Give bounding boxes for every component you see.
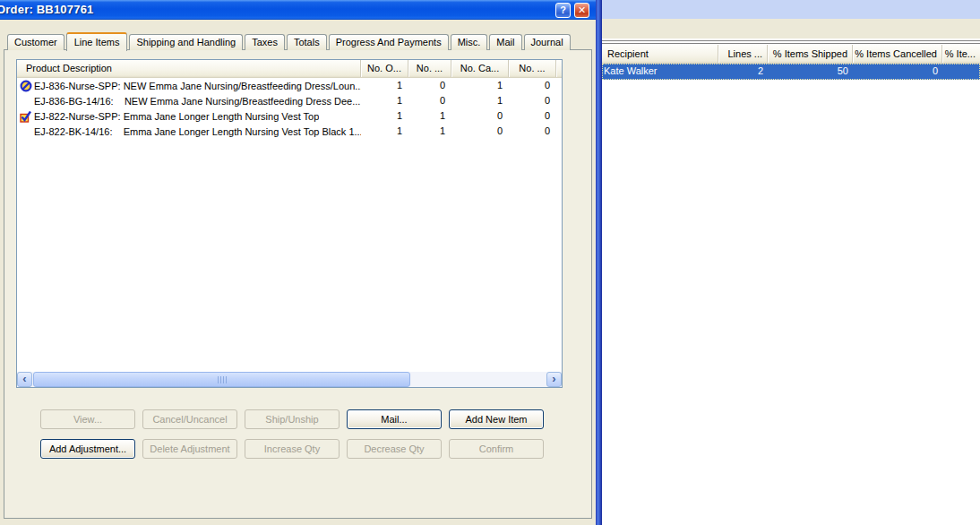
button-row-1: View...Cancel/UncancelShip/UnshipMail...…: [40, 409, 544, 429]
increase-qty-button: Increase Qty: [245, 439, 340, 459]
line-item-row[interactable]: EJ-822-BK-14/16: Emma Jane Longer Length…: [17, 124, 562, 139]
qty-cell: 0: [509, 124, 556, 139]
tab-customer[interactable]: Customer: [7, 34, 64, 50]
qty-cell: 1: [451, 78, 509, 93]
column-header-items-shipped[interactable]: % Items Shipped: [768, 45, 853, 63]
qty-cell: 0: [451, 108, 509, 124]
tab-misc[interactable]: Misc.: [451, 34, 488, 50]
decrease-qty-button: Decrease Qty: [347, 439, 442, 459]
qty-cell: 0: [408, 78, 451, 93]
shipped-check-icon: [20, 110, 34, 123]
qty-cell: 1: [451, 93, 509, 108]
product-description-cell: EJ-822-BK-14/16: Emma Jane Longer Length…: [17, 124, 361, 139]
scroll-left-button[interactable]: ‹: [17, 372, 32, 387]
toolbar-separator: [602, 40, 980, 44]
ship-unship-button: Ship/Unship: [245, 409, 340, 429]
qty-cell: 0: [509, 108, 556, 124]
confirm-button: Confirm: [449, 439, 544, 459]
column-header-filler: [556, 60, 562, 77]
qty-cell: 1: [361, 124, 408, 139]
line-items-header: Product DescriptionNo. O...No. ...No. Ca…: [17, 60, 562, 78]
cancelled-icon: [20, 80, 34, 92]
recipient-cell: Kate Walker: [602, 64, 718, 80]
recipients-window: RecipientLines ...% Items Shipped% Items…: [602, 0, 980, 525]
qty-cell: 0: [509, 78, 556, 93]
tab-journal[interactable]: Journal: [524, 34, 571, 50]
column-header-recipient[interactable]: Recipient: [602, 45, 718, 63]
qty-cell: 0: [509, 93, 556, 108]
tab-line-items[interactable]: Line Items: [66, 32, 128, 51]
product-description-cell: EJ-836-BG-14/16: NEW Emma Jane Nursing/B…: [17, 93, 361, 108]
stat-cell: 50: [768, 64, 853, 80]
add-new-item-button[interactable]: Add New Item: [449, 409, 544, 429]
no-icon: [20, 125, 34, 138]
cancel-uncancel-button: Cancel/Uncancel: [142, 409, 237, 429]
qty-cell: 0: [451, 124, 509, 139]
button-row-2: Add Adjustment...Delete AdjustmentIncrea…: [40, 439, 544, 459]
scroll-right-button[interactable]: ›: [546, 372, 562, 387]
qty-cell: 1: [361, 93, 408, 108]
mail-button[interactable]: Mail...: [347, 409, 442, 429]
delete-adjustment-button: Delete Adjustment: [142, 439, 237, 459]
add-adjustment-button[interactable]: Add Adjustment...: [40, 439, 135, 459]
recipient-list-header: RecipientLines ...% Items Shipped% Items…: [602, 45, 980, 64]
menu-strip: [602, 19, 980, 39]
tab-bar: CustomerLine ItemsShipping and HandlingT…: [7, 31, 571, 50]
close-button[interactable]: ✕: [574, 3, 589, 18]
scrollbar-grip: [218, 376, 227, 383]
product-description: EJ-836-Nurse-SPP: NEW Emma Jane Nursing/…: [34, 79, 361, 93]
stat-cell: 0: [853, 64, 942, 80]
qty-cell: 1: [408, 124, 451, 139]
tab-progress-and-payments[interactable]: Progress And Payments: [329, 34, 449, 50]
line-item-row[interactable]: EJ-822-Nurse-SPP: Emma Jane Longer Lengt…: [17, 108, 562, 124]
qty-cell: 1: [361, 78, 408, 93]
product-description-cell: EJ-836-Nurse-SPP: NEW Emma Jane Nursing/…: [17, 78, 361, 93]
column-header-no[interactable]: No. ...: [509, 60, 556, 77]
line-item-row[interactable]: EJ-836-Nurse-SPP: NEW Emma Jane Nursing/…: [17, 78, 562, 93]
column-header-product-description[interactable]: Product Description: [17, 60, 361, 77]
recipient-row[interactable]: Kate Walker2500: [602, 64, 980, 80]
inactive-titlebar-strip: [602, 0, 980, 19]
column-header-ite[interactable]: % Ite...: [942, 45, 980, 63]
horizontal-scrollbar[interactable]: ‹ ›: [17, 372, 562, 387]
view-button: View...: [40, 409, 135, 429]
product-description-cell: EJ-822-Nurse-SPP: Emma Jane Longer Lengt…: [17, 108, 361, 124]
line-items-tab-page: Product DescriptionNo. O...No. ...No. Ca…: [4, 49, 592, 519]
column-header-no-ca[interactable]: No. Ca...: [451, 60, 509, 77]
line-item-row[interactable]: EJ-836-BG-14/16: NEW Emma Jane Nursing/B…: [17, 93, 562, 108]
scrollbar-thumb[interactable]: [33, 372, 410, 387]
line-items-rows: EJ-836-Nurse-SPP: NEW Emma Jane Nursing/…: [17, 78, 562, 139]
tab-shipping-and-handling[interactable]: Shipping and Handling: [129, 34, 243, 50]
product-description: EJ-822-BK-14/16: Emma Jane Longer Length…: [34, 125, 361, 139]
qty-cell: 1: [408, 108, 451, 124]
product-description: EJ-822-Nurse-SPP: Emma Jane Longer Lengt…: [34, 109, 319, 124]
tab-totals[interactable]: Totals: [287, 34, 327, 50]
column-header-items-cancelled[interactable]: % Items Cancelled: [853, 45, 942, 63]
qty-cell: 1: [361, 108, 408, 124]
product-description: EJ-836-BG-14/16: NEW Emma Jane Nursing/B…: [34, 94, 360, 108]
order-dialog-window: Order: BB107761 ? ✕ CustomerLine ItemsSh…: [0, 0, 596, 525]
titlebar[interactable]: Order: BB107761 ? ✕: [0, 0, 596, 20]
stat-cell: [942, 64, 980, 80]
recipient-list: Kate Walker2500: [602, 64, 980, 80]
window-frame-divider: [595, 0, 602, 525]
column-header-lines[interactable]: Lines ...: [718, 45, 768, 63]
tab-taxes[interactable]: Taxes: [245, 34, 285, 50]
line-items-list: Product DescriptionNo. O...No. ...No. Ca…: [16, 59, 563, 388]
no-icon: [20, 95, 34, 108]
window-title: Order: BB107761: [0, 3, 94, 16]
help-button[interactable]: ?: [555, 3, 571, 18]
tab-mail[interactable]: Mail: [489, 34, 521, 50]
qty-cell: 0: [408, 93, 451, 108]
column-header-no-o[interactable]: No. O...: [361, 60, 408, 77]
column-header-no[interactable]: No. ...: [408, 60, 451, 77]
stat-cell: 2: [718, 64, 768, 80]
